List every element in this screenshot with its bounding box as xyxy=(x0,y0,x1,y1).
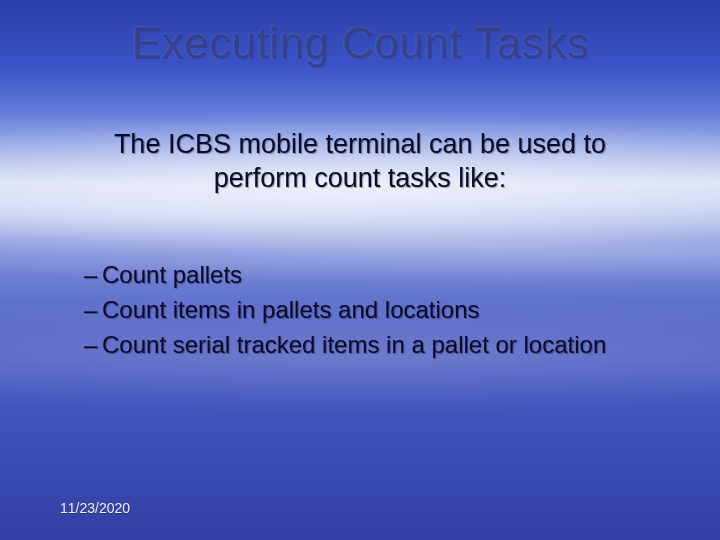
bullet-text: Count serial tracked items in a pallet o… xyxy=(102,331,606,358)
slide-subtitle: The ICBS mobile terminal can be used to … xyxy=(60,128,660,196)
subtitle-line-2: perform count tasks like: xyxy=(214,163,507,193)
bullet-text: Count items in pallets and locations xyxy=(102,296,480,323)
subtitle-line-1: The ICBS mobile terminal can be used to xyxy=(114,129,606,159)
bullet-dash: – xyxy=(84,258,102,293)
bullet-item: –Count serial tracked items in a pallet … xyxy=(84,328,680,363)
bullet-list: –Count pallets –Count items in pallets a… xyxy=(84,258,680,362)
bullet-dash: – xyxy=(84,293,102,328)
bullet-dash: – xyxy=(84,328,102,363)
bullet-item: –Count pallets xyxy=(84,258,680,293)
slide-title: Executing Count Tasks xyxy=(0,18,720,68)
footer-date: 11/23/2020 xyxy=(60,500,130,516)
bullet-text: Count pallets xyxy=(102,261,242,288)
slide: Executing Count Tasks The ICBS mobile te… xyxy=(0,0,720,540)
bullet-item: –Count items in pallets and locations xyxy=(84,293,680,328)
